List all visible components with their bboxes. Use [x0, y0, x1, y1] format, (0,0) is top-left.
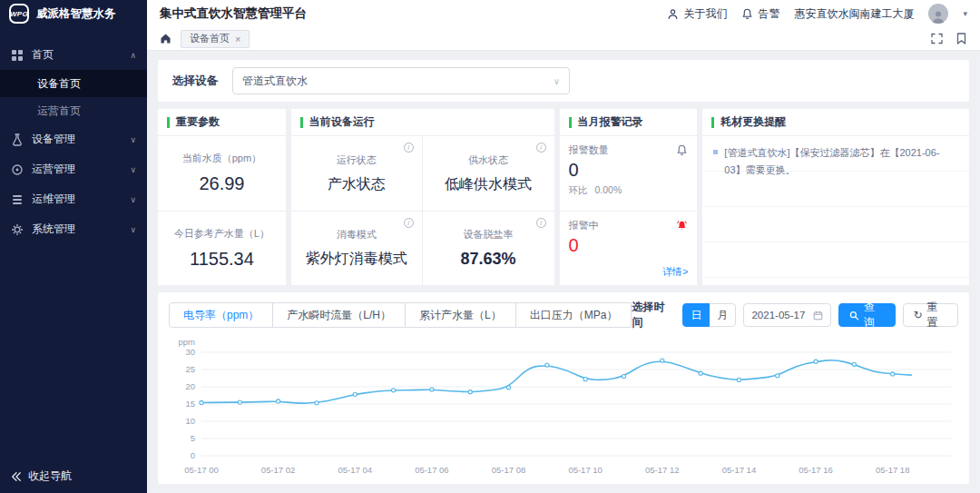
layers-icon — [11, 193, 24, 206]
panel-header: 耗材更换提醒 — [702, 109, 969, 136]
sidebar-item-device-mgmt[interactable]: 设备管理 ∨ — [0, 124, 147, 154]
device-select[interactable]: 管道式直饮水 ∨ — [232, 67, 570, 94]
about-us-label: 关于我们 — [683, 6, 727, 22]
device-select-label: 选择设备 — [172, 74, 218, 89]
alarm-active-cell: 报警中 0 详情> — [560, 211, 698, 286]
chevron-down-icon: ∨ — [130, 165, 136, 174]
day-month-toggle: 日 月 — [682, 303, 736, 327]
svg-text:0: 0 — [191, 450, 195, 460]
chart-tab-conductivity[interactable]: 电导率（ppm） — [169, 302, 273, 328]
info-icon[interactable]: i — [404, 143, 414, 153]
wpg-logo: WPG — [9, 4, 29, 24]
reset-label: 重置 — [927, 300, 947, 330]
calendar-icon — [813, 311, 823, 320]
conductivity-line-chart[interactable]: 051015202530ppm05-17 0005-17 0205-17 040… — [169, 336, 958, 477]
query-label: 查询 — [864, 300, 885, 330]
svg-text:05-17 16: 05-17 16 — [799, 465, 833, 475]
reset-button[interactable]: ↻ 重置 — [903, 303, 958, 327]
topbar: 集中式直饮水智慧管理平台 关于我们 告警 惠安直饮水闽南建工大厦 ▾ — [147, 0, 980, 27]
panel-body: [管道式直饮水]【保安过滤器滤芯】在【2021-06-03】需要更换。 — [702, 136, 969, 285]
sidebar-item-device-home[interactable]: 设备首页 — [0, 70, 147, 97]
alarm-link[interactable]: 告警 — [741, 6, 779, 22]
device-select-card: 选择设备 管道式直饮水 ∨ — [158, 60, 969, 102]
sidebar-item-operation-home[interactable]: 运营首页 — [0, 97, 147, 124]
bell-icon — [676, 144, 688, 156]
brand-name: 威派格智慧水务 — [36, 6, 116, 22]
fullscreen-icon[interactable] — [931, 33, 943, 44]
green-bar — [711, 117, 714, 128]
tab-device-home[interactable]: 设备首页 × — [181, 30, 250, 48]
panel-body: 当前水质（ppm） 26.99 今日参考产水量（L） 1155.34 — [158, 136, 286, 285]
chart-card: 电导率（ppm） 产水瞬时流量（L/H） 累计产水量（L） 出口压力（MPa） … — [158, 292, 969, 484]
chevron-down-icon: ∨ — [554, 76, 560, 86]
home-tab-button[interactable] — [160, 33, 172, 44]
query-button[interactable]: 查询 — [838, 303, 895, 327]
metric-value: 87.63% — [461, 250, 516, 269]
day-toggle-button[interactable]: 日 — [682, 303, 710, 327]
alarm-count-value: 0 — [569, 160, 689, 181]
chevron-up-icon: ∧ — [130, 51, 136, 60]
chart-tab-cumulative-output[interactable]: 累计产水量（L） — [405, 302, 516, 328]
panel-header: 重要参数 — [158, 109, 286, 136]
alarm-detail-link[interactable]: 详情> — [662, 265, 688, 279]
home-icon — [160, 33, 172, 44]
svg-text:20: 20 — [185, 381, 195, 391]
chart-controls: 电导率（ppm） 产水瞬时流量（L/H） 累计产水量（L） 出口压力（MPa） … — [169, 300, 958, 330]
main-column: 集中式直饮水智慧管理平台 关于我们 告警 惠安直饮水闽南建工大厦 ▾ — [147, 0, 980, 493]
search-icon — [849, 311, 858, 320]
svg-text:05-17 04: 05-17 04 — [338, 465, 373, 475]
alarm-label: 告警 — [758, 6, 779, 22]
metric-value: 1155.34 — [190, 249, 254, 270]
bookmark-icon[interactable] — [956, 33, 967, 44]
panel-title: 重要参数 — [176, 114, 220, 130]
svg-text:05-17 02: 05-17 02 — [261, 465, 296, 475]
panel-important-params: 重要参数 当前水质（ppm） 26.99 今日参考产水量（L） 1155.34 — [158, 109, 286, 285]
alarm-active-value: 0 — [569, 235, 689, 256]
info-icon[interactable]: i — [536, 218, 546, 228]
chevron-down-icon: ∨ — [130, 225, 136, 234]
sidebar-item-home[interactable]: 首页 ∧ — [0, 40, 147, 70]
panel-body: 报警数量 0 环比 0.00% 报警中 — [560, 136, 698, 285]
avatar[interactable] — [928, 4, 948, 24]
svg-text:5: 5 — [191, 433, 195, 443]
topbar-right: 关于我们 告警 惠安直饮水闽南建工大厦 ▾ — [667, 4, 967, 24]
sidebar-item-maintenance-mgmt[interactable]: 运维管理 ∨ — [0, 184, 147, 214]
svg-text:05-17 10: 05-17 10 — [568, 465, 603, 475]
month-toggle-button[interactable]: 月 — [709, 303, 736, 327]
panel-title: 耗材更换提醒 — [720, 114, 786, 130]
sidebar: WPG 威派格智慧水务 首页 ∧ 设备首页 运营首页 设备管理 — [0, 0, 147, 493]
chart-tab-instant-flow[interactable]: 产水瞬时流量（L/H） — [272, 302, 406, 328]
alarm-count-cell: 报警数量 0 环比 0.00% — [560, 136, 698, 211]
home-grid-icon — [11, 49, 24, 62]
chart-tab-outlet-pressure[interactable]: 出口压力（MPa） — [515, 302, 632, 328]
chevron-down-icon[interactable]: ▾ — [963, 9, 967, 18]
refresh-icon: ↻ — [914, 309, 923, 321]
tab-label: 设备首页 — [190, 32, 230, 45]
metric-value: 26.99 — [199, 173, 244, 194]
bell-icon — [741, 8, 753, 20]
tab-strip: 设备首页 × — [147, 27, 980, 51]
about-us-link[interactable]: 关于我们 — [667, 6, 727, 22]
panel-consumable-reminder: 耗材更换提醒 [管道式直饮水]【保安过滤器滤芯】在【2021-06-03】需要更… — [702, 109, 969, 285]
sidebar-item-operation-mgmt[interactable]: 运营管理 ∨ — [0, 154, 147, 184]
info-icon[interactable]: i — [404, 218, 414, 228]
app-root: WPG 威派格智慧水务 首页 ∧ 设备首页 运营首页 设备管理 — [0, 0, 980, 493]
svg-text:05-17 06: 05-17 06 — [415, 465, 449, 475]
running-status-cell: i 运行状态 产水状态 — [291, 136, 423, 211]
svg-text:05-17 12: 05-17 12 — [645, 465, 680, 475]
sidebar-item-system-mgmt[interactable]: 系统管理 ∨ — [0, 214, 147, 244]
water-supply-status-cell: i 供水状态 低峰供水模式 — [423, 136, 554, 211]
metric-label: 消毒模式 — [337, 228, 377, 242]
metric-value: 产水状态 — [328, 175, 386, 194]
consumable-reminder-text: [管道式直饮水]【保安过滤器滤芯】在【2021-06-03】需要更换。 — [724, 144, 958, 180]
close-icon[interactable]: × — [235, 34, 240, 44]
gear-icon — [11, 223, 24, 236]
site-name[interactable]: 惠安直饮水闽南建工大厦 — [794, 6, 914, 22]
panel-header: 当前设备运行 — [291, 109, 554, 136]
panel-body: i 运行状态 产水状态 i 供水状态 低峰供水模式 i 消毒模式 紫外灯 — [291, 136, 554, 285]
collapse-nav-button[interactable]: 收起导航 — [11, 468, 72, 484]
line-chart-svg: 051015202530ppm05-17 0005-17 0205-17 040… — [169, 336, 958, 479]
info-icon[interactable]: i — [536, 143, 546, 153]
sidebar-item-label: 系统管理 — [32, 222, 75, 237]
date-picker[interactable]: 2021-05-17 — [743, 303, 831, 327]
